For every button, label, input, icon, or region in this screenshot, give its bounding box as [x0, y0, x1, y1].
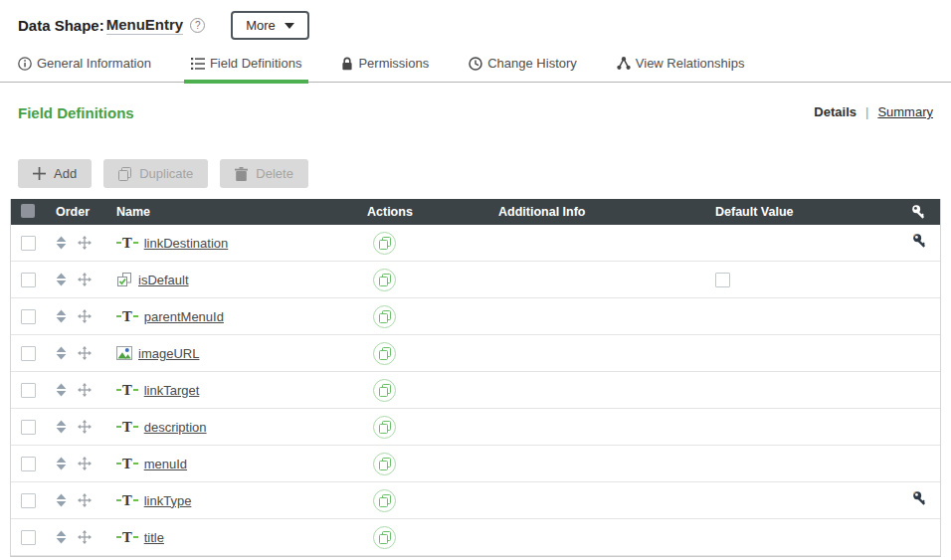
table-row: T description	[11, 409, 940, 446]
primary-key-icon	[912, 233, 928, 253]
table-row: isDefault	[11, 262, 940, 298]
additional-info-cell	[490, 372, 707, 408]
sort-order-icon[interactable]	[56, 236, 67, 250]
view-details-link[interactable]: Details	[814, 104, 856, 119]
sort-order-icon[interactable]	[56, 383, 67, 397]
move-handle-icon[interactable]	[78, 457, 92, 470]
chevron-down-icon	[285, 23, 294, 29]
row-checkbox[interactable]	[21, 457, 36, 471]
tab-label: Permissions	[358, 56, 429, 71]
delete-button-label: Delete	[256, 166, 293, 181]
duplicate-field-action-icon[interactable]	[373, 269, 396, 291]
duplicate-icon	[118, 167, 131, 181]
duplicate-field-action-icon[interactable]	[373, 489, 396, 512]
move-handle-icon[interactable]	[78, 309, 92, 323]
boolean-type-icon	[116, 272, 132, 287]
move-handle-icon[interactable]	[78, 530, 92, 544]
field-name-link[interactable]: linkDestination	[144, 236, 229, 251]
entity-name-link[interactable]: MenuEntry	[106, 16, 184, 35]
field-name-link[interactable]: title	[144, 530, 164, 545]
column-header-default-value: Default Value	[707, 205, 894, 219]
sort-order-icon[interactable]	[56, 420, 67, 434]
string-type-icon: T	[116, 458, 138, 470]
tab-general-information[interactable]: General Information	[18, 56, 151, 82]
field-name-link[interactable]: menuId	[144, 457, 187, 471]
sort-order-icon[interactable]	[56, 493, 67, 507]
delete-button[interactable]: Delete	[220, 159, 308, 188]
default-value-checkbox[interactable]	[715, 273, 730, 287]
duplicate-field-action-icon[interactable]	[373, 526, 396, 549]
image-type-icon	[116, 346, 132, 360]
relationships-icon	[617, 57, 631, 70]
row-checkbox[interactable]	[21, 383, 36, 398]
row-checkbox[interactable]	[21, 493, 36, 508]
tab-permissions[interactable]: Permissions	[341, 56, 429, 82]
move-handle-icon[interactable]	[78, 346, 92, 360]
row-checkbox[interactable]	[21, 309, 36, 324]
row-checkbox[interactable]	[21, 420, 36, 435]
string-type-icon: T	[116, 310, 138, 323]
section-header: Field Definitions Details | Summary	[0, 83, 951, 121]
select-all-checkbox[interactable]	[21, 204, 35, 218]
field-name-link[interactable]: linkTarget	[144, 383, 200, 398]
string-type-icon: T	[116, 494, 138, 507]
additional-info-cell	[490, 482, 707, 518]
column-header-order: Order	[47, 205, 108, 219]
tab-change-history[interactable]: Change History	[469, 56, 577, 82]
table-row: T parentMenuId	[11, 298, 940, 335]
move-handle-icon[interactable]	[78, 493, 92, 507]
add-button[interactable]: Add	[18, 159, 92, 188]
tab-field-definitions[interactable]: Field Definitions	[191, 56, 302, 82]
duplicate-field-action-icon[interactable]	[373, 232, 396, 255]
column-header-name: Name	[108, 205, 359, 219]
tab-view-relationships[interactable]: View Relationships	[617, 56, 745, 82]
duplicate-field-action-icon[interactable]	[373, 379, 396, 402]
more-button[interactable]: More	[231, 11, 309, 40]
view-summary-link[interactable]: Summary	[877, 104, 933, 119]
move-handle-icon[interactable]	[78, 420, 92, 434]
page-title: Data Shape:	[18, 17, 104, 34]
row-checkbox[interactable]	[21, 236, 36, 251]
table-row: T title	[11, 519, 940, 556]
duplicate-button[interactable]: Duplicate	[103, 159, 208, 188]
tab-label: View Relationships	[636, 56, 745, 71]
more-button-label: More	[246, 18, 276, 33]
duplicate-field-action-icon[interactable]	[373, 416, 396, 439]
duplicate-field-action-icon[interactable]	[373, 342, 396, 365]
row-checkbox[interactable]	[21, 530, 36, 545]
tab-label: Field Definitions	[210, 56, 302, 71]
field-definitions-table: Order Name Actions Additional Info Defau…	[10, 199, 941, 557]
move-handle-icon[interactable]	[78, 236, 92, 250]
add-button-label: Add	[54, 166, 77, 181]
trash-icon	[235, 167, 248, 181]
move-handle-icon[interactable]	[78, 273, 92, 286]
column-header-actions: Actions	[359, 205, 490, 219]
table-row: T linkType	[11, 482, 940, 519]
help-icon[interactable]: ?	[190, 18, 205, 33]
field-name-link[interactable]: imageURL	[138, 346, 199, 361]
duplicate-field-action-icon[interactable]	[373, 453, 396, 475]
row-checkbox[interactable]	[21, 273, 36, 287]
field-name-link[interactable]: isDefault	[138, 273, 189, 287]
sort-order-icon[interactable]	[56, 309, 67, 323]
sort-order-icon[interactable]	[56, 273, 67, 286]
additional-info-cell	[490, 446, 707, 481]
primary-key-icon	[912, 490, 928, 510]
table-row: T menuId	[11, 446, 940, 482]
field-name-link[interactable]: parentMenuId	[144, 309, 224, 324]
section-title: Field Definitions	[18, 104, 134, 121]
plus-icon	[33, 167, 46, 180]
view-separator: |	[865, 104, 868, 119]
sort-order-icon[interactable]	[56, 530, 67, 544]
tab-bar: General Information Field Definitions Pe…	[0, 56, 951, 83]
table-header-row: Order Name Actions Additional Info Defau…	[11, 199, 940, 225]
additional-info-cell	[490, 262, 707, 297]
sort-order-icon[interactable]	[56, 346, 67, 360]
field-name-link[interactable]: description	[144, 420, 207, 435]
string-type-icon: T	[116, 237, 138, 250]
sort-order-icon[interactable]	[56, 457, 67, 470]
field-name-link[interactable]: linkType	[144, 493, 192, 508]
move-handle-icon[interactable]	[78, 383, 92, 397]
duplicate-field-action-icon[interactable]	[373, 305, 396, 328]
row-checkbox[interactable]	[21, 346, 36, 361]
